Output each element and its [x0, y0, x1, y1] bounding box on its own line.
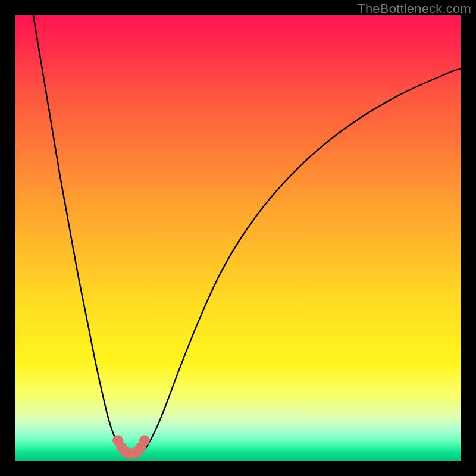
chart-plot-area: [15, 15, 461, 461]
bottleneck-marker: [112, 435, 150, 459]
watermark-text: TheBottleneck.com: [357, 1, 471, 17]
svg-point-7: [139, 435, 150, 446]
chart-svg: [15, 15, 461, 461]
left-curve: [33, 15, 127, 453]
right-curve: [140, 69, 461, 453]
